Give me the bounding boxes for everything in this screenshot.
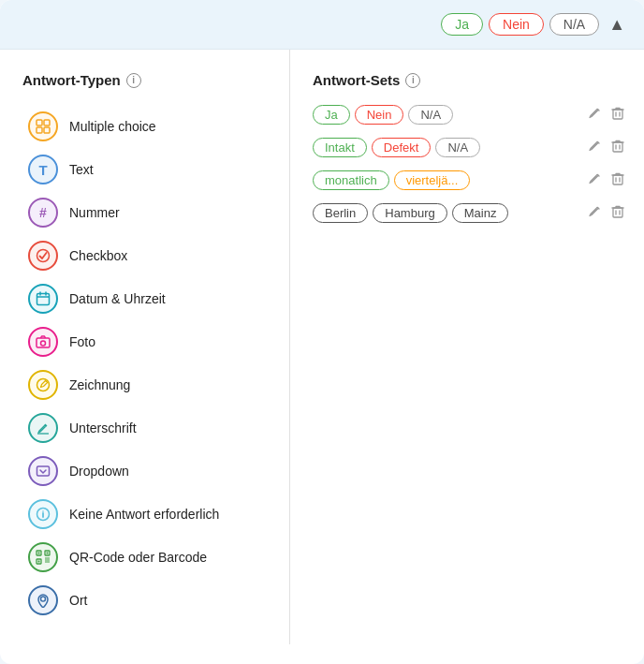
svg-rect-2 bbox=[37, 127, 42, 133]
svg-rect-21 bbox=[47, 553, 49, 554]
type-icon-0 bbox=[28, 111, 58, 141]
answer-badge-2-1: vierteljä... bbox=[394, 170, 471, 190]
type-list: Multiple choiceTText#NummerCheckboxDatum… bbox=[22, 105, 271, 622]
edit-button-2[interactable] bbox=[588, 171, 603, 189]
svg-rect-3 bbox=[44, 127, 50, 133]
type-item-5[interactable]: Foto bbox=[22, 320, 271, 363]
type-label-0: Multiple choice bbox=[69, 119, 156, 134]
type-item-6[interactable]: Zeichnung bbox=[22, 363, 271, 406]
delete-button-3[interactable] bbox=[610, 204, 625, 222]
svg-rect-27 bbox=[613, 110, 622, 119]
row-actions-0 bbox=[588, 106, 625, 124]
type-label-8: Dropdown bbox=[69, 464, 129, 479]
right-panel-info-icon[interactable]: i bbox=[405, 73, 420, 88]
answer-badge-1-1: Defekt bbox=[372, 138, 432, 157]
svg-rect-35 bbox=[613, 175, 622, 184]
delete-button-2[interactable] bbox=[610, 171, 625, 189]
type-icon-8 bbox=[28, 456, 58, 486]
edit-button-0[interactable] bbox=[588, 106, 603, 124]
type-icon-11 bbox=[28, 585, 58, 615]
left-panel-info-icon[interactable]: i bbox=[126, 73, 141, 88]
type-icon-9 bbox=[28, 499, 58, 529]
type-item-0[interactable]: Multiple choice bbox=[22, 105, 271, 148]
header: Ja Nein N/A ▲ bbox=[0, 0, 644, 50]
type-label-1: Text bbox=[69, 162, 94, 177]
answer-badge-2-0: monatlich bbox=[313, 170, 389, 190]
type-label-9: Keine Antwort erforderlich bbox=[69, 507, 219, 522]
answer-badge-0-0: Ja bbox=[313, 105, 350, 125]
type-item-2[interactable]: #Nummer bbox=[22, 191, 271, 234]
type-item-7[interactable]: Unterschrift bbox=[22, 406, 271, 450]
type-label-11: Ort bbox=[69, 593, 87, 608]
answer-badge-0-2: N/A bbox=[408, 105, 453, 125]
answer-badge-1-2: N/A bbox=[435, 138, 480, 157]
type-icon-10 bbox=[28, 542, 58, 572]
left-panel: Antwort-Typen i Multiple choiceTText#Num… bbox=[0, 50, 290, 644]
svg-rect-31 bbox=[613, 142, 622, 152]
type-label-2: Nummer bbox=[69, 205, 120, 220]
answer-set-badges-0: JaNeinN/A bbox=[313, 105, 578, 125]
type-label-6: Zeichnung bbox=[69, 377, 130, 392]
answer-sets-list: JaNeinN/AIntaktDefektN/Amonatlichviertel… bbox=[313, 105, 625, 223]
header-badge-ja: Ja bbox=[441, 13, 483, 36]
svg-point-11 bbox=[37, 379, 50, 391]
svg-rect-39 bbox=[613, 208, 622, 217]
type-item-9[interactable]: Keine Antwort erforderlich bbox=[22, 493, 271, 536]
right-panel: Antwort-Sets i JaNeinN/AIntaktDefektN/Am… bbox=[290, 50, 644, 644]
header-badge-nein: Nein bbox=[489, 13, 544, 36]
type-item-11[interactable]: Ort bbox=[22, 579, 271, 622]
row-actions-3 bbox=[588, 204, 625, 222]
answer-badge-1-0: Intakt bbox=[313, 138, 367, 157]
type-icon-2: # bbox=[28, 198, 58, 228]
answer-set-row-1: IntaktDefektN/A bbox=[313, 138, 625, 157]
type-label-4: Datum & Uhrzeit bbox=[69, 291, 166, 306]
header-badge-na: N/A bbox=[549, 13, 599, 36]
type-icon-4 bbox=[28, 284, 58, 314]
content-area: Antwort-Typen i Multiple choiceTText#Num… bbox=[0, 50, 644, 644]
answer-badge-3-2: Mainz bbox=[452, 203, 509, 223]
answer-set-badges-3: BerlinHamburgMainz bbox=[313, 203, 578, 223]
main-container: Ja Nein N/A ▲ Antwort-Typen i Multiple c… bbox=[0, 0, 644, 664]
answer-set-badges-1: IntaktDefektN/A bbox=[313, 138, 578, 157]
type-icon-1: T bbox=[28, 155, 58, 184]
type-item-3[interactable]: Checkbox bbox=[22, 234, 271, 277]
svg-rect-22 bbox=[38, 561, 40, 563]
svg-rect-20 bbox=[38, 553, 40, 554]
type-icon-5 bbox=[28, 327, 58, 357]
edit-button-3[interactable] bbox=[588, 204, 603, 222]
answer-set-badges-2: monatlichvierteljä... bbox=[313, 170, 578, 190]
row-actions-1 bbox=[588, 139, 625, 156]
delete-button-0[interactable] bbox=[610, 106, 625, 124]
answer-badge-0-1: Nein bbox=[355, 105, 404, 125]
svg-rect-5 bbox=[37, 294, 50, 305]
type-item-10[interactable]: QR-Code oder Barcode bbox=[22, 536, 271, 579]
type-item-4[interactable]: Datum & Uhrzeit bbox=[22, 277, 271, 320]
delete-button-1[interactable] bbox=[610, 139, 625, 156]
svg-point-4 bbox=[37, 250, 50, 262]
svg-rect-0 bbox=[37, 120, 42, 125]
type-icon-3 bbox=[28, 241, 58, 271]
answer-badge-3-0: Berlin bbox=[313, 203, 368, 223]
type-label-5: Foto bbox=[69, 334, 95, 349]
type-item-1[interactable]: TText bbox=[22, 148, 271, 191]
type-label-10: QR-Code oder Barcode bbox=[69, 550, 207, 565]
left-panel-title: Antwort-Typen i bbox=[22, 72, 271, 88]
chevron-up-icon[interactable]: ▲ bbox=[608, 15, 625, 35]
svg-rect-1 bbox=[44, 120, 50, 125]
answer-set-row-2: monatlichvierteljä... bbox=[313, 170, 625, 190]
answer-set-row-0: JaNeinN/A bbox=[313, 105, 625, 125]
edit-button-1[interactable] bbox=[588, 139, 603, 156]
type-item-8[interactable]: Dropdown bbox=[22, 450, 271, 493]
answer-badge-3-1: Hamburg bbox=[373, 203, 446, 223]
type-icon-6 bbox=[28, 370, 58, 400]
svg-point-10 bbox=[41, 341, 46, 346]
row-actions-2 bbox=[588, 171, 625, 189]
type-label-7: Unterschrift bbox=[69, 421, 137, 435]
answer-set-row-3: BerlinHamburgMainz bbox=[313, 203, 625, 223]
header-badges: Ja Nein N/A bbox=[441, 13, 599, 36]
type-label-3: Checkbox bbox=[69, 248, 127, 263]
svg-point-16 bbox=[42, 510, 44, 512]
svg-point-26 bbox=[41, 597, 46, 601]
type-icon-7 bbox=[28, 413, 58, 443]
right-panel-title: Antwort-Sets i bbox=[313, 72, 625, 88]
